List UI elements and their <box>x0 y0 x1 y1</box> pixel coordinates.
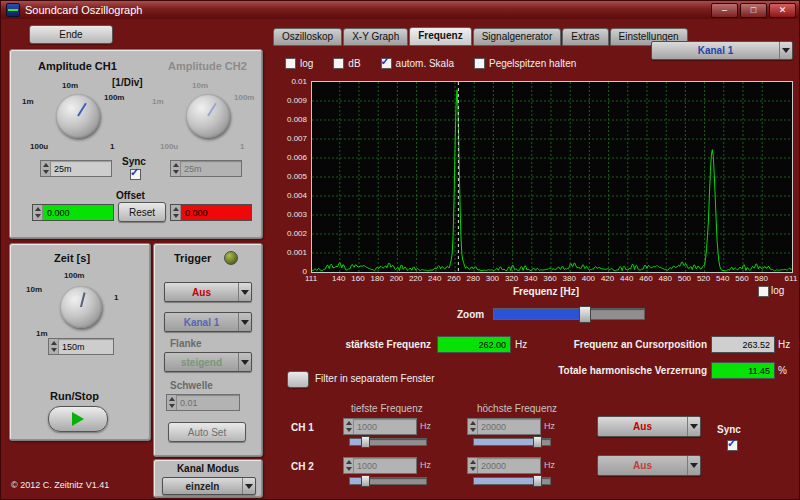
schwelle-spinner[interactable]: 0.01 <box>166 394 240 411</box>
checkbox-label-pegelspitzen-halten: Pegelspitzen halten <box>489 58 576 69</box>
filter-ch1-mode-dropdown[interactable]: Aus <box>597 416 701 437</box>
amplitude-ch2-knob[interactable] <box>186 94 230 138</box>
spectrum-plot[interactable] <box>311 81 793 273</box>
trigger-mode-dropdown[interactable]: Aus <box>164 282 252 302</box>
spinner-arrows-icon[interactable] <box>41 161 51 176</box>
zoom-slider-thumb[interactable] <box>579 306 591 323</box>
slider-thumb[interactable] <box>361 436 370 448</box>
ende-button[interactable]: Ende <box>29 25 113 44</box>
spinner-arrows-icon[interactable] <box>344 458 354 473</box>
zeit-value[interactable]: 150m <box>59 339 113 354</box>
filter-unit: Hz <box>544 460 555 470</box>
slider-thumb[interactable] <box>533 436 542 448</box>
filter-ch1-mode-value: Aus <box>598 421 687 432</box>
filter-ch1-high-value[interactable]: 20000 <box>478 419 540 434</box>
zeit-panel: Zeit [s] 100m 10m 1 1m 150m Run/Stop <box>9 243 151 441</box>
amplitude-ch1-value[interactable]: 25m <box>51 161 111 176</box>
zeit-knob[interactable] <box>60 286 102 328</box>
amplitude-ch2-value[interactable]: 25m <box>181 161 241 176</box>
thd-display: 11.45 <box>711 362 775 379</box>
spinner-arrows-icon[interactable] <box>344 419 354 434</box>
filter-ch2-mode-dropdown[interactable]: Aus <box>597 455 701 476</box>
checkbox-pegelspitzen-halten[interactable] <box>474 58 485 69</box>
spinner-arrows-icon[interactable] <box>468 419 478 434</box>
spinner-arrows-icon[interactable] <box>167 395 177 410</box>
checkbox-autom-skala[interactable] <box>381 58 392 69</box>
x-tick-label: 220 <box>409 274 422 283</box>
amplitude-ch1-spinner[interactable]: 25m <box>40 160 112 177</box>
amplitude-panel: Amplitude CH1 [1/Div] Amplitude CH2 10m … <box>9 49 263 239</box>
chevron-down-icon <box>779 42 792 59</box>
trigger-channel-dropdown[interactable]: Kanal 1 <box>164 312 252 332</box>
filter-ch1-low-spinner[interactable]: 1000 <box>343 418 417 435</box>
zeit-spinner[interactable]: 150m <box>48 338 114 355</box>
knob-tick: 10m <box>26 285 42 294</box>
slider-thumb[interactable] <box>533 475 542 487</box>
chevron-down-icon <box>238 283 251 301</box>
y-tick-label: 0.004 <box>281 191 307 200</box>
spinner-arrows-icon[interactable] <box>468 458 478 473</box>
kanal-modus-dropdown[interactable]: einzeln <box>162 477 256 495</box>
filter-ch2-high-spinner[interactable]: 20000 <box>467 457 541 474</box>
checkbox-log[interactable] <box>285 58 296 69</box>
filter-ch2-high-slider[interactable] <box>473 477 551 485</box>
zoom-slider-fill <box>494 309 584 319</box>
spectrum-trace <box>312 82 792 272</box>
window-title: Soundcard Oszillograph <box>25 4 142 16</box>
schwelle-label: Schwelle <box>170 380 213 391</box>
maximize-button[interactable]: □ <box>740 3 767 18</box>
checkbox-db[interactable] <box>333 58 344 69</box>
kanal-modus-value: einzeln <box>163 481 242 492</box>
filter-ch2-low-value[interactable]: 1000 <box>354 458 416 473</box>
close-button[interactable]: ✕ <box>769 3 796 18</box>
x-tick-label: 280 <box>467 274 480 283</box>
filter-ch1-high-spinner[interactable]: 20000 <box>467 418 541 435</box>
reset-button[interactable]: Reset <box>118 202 166 222</box>
filter-ch2-high-value[interactable]: 20000 <box>478 458 540 473</box>
x-tick-label: 140 <box>332 274 345 283</box>
tab-x-y-graph[interactable]: X-Y Graph <box>343 28 408 46</box>
staerkste-frequenz-label: stärkste Frequenz <box>319 339 431 350</box>
trigger-channel-value: Kanal 1 <box>165 317 238 328</box>
tab-oszilloskop[interactable]: Oszilloskop <box>273 28 342 46</box>
filter-sync-checkbox[interactable] <box>727 440 738 451</box>
filter-unit: Hz <box>420 460 431 470</box>
tab-extras[interactable]: Extras <box>562 28 608 46</box>
auto-set-button[interactable]: Auto Set <box>168 422 246 442</box>
zoom-slider[interactable] <box>493 308 645 320</box>
staerkste-frequenz-display: 262.00 <box>437 336 511 353</box>
channel-select-dropdown[interactable]: Kanal 1 <box>651 41 793 60</box>
run-stop-button[interactable] <box>48 406 108 432</box>
spinner-arrows-icon[interactable] <box>171 161 181 176</box>
flanke-dropdown[interactable]: steigend <box>164 352 252 372</box>
filter-ch2-low-spinner[interactable]: 1000 <box>343 457 417 474</box>
schwelle-value[interactable]: 0.01 <box>177 395 239 410</box>
copyright-text: © 2012 C. Zeitnitz V1.41 <box>11 480 109 490</box>
amplitude-ch2-spinner[interactable]: 25m <box>170 160 242 177</box>
x-log-checkbox[interactable] <box>758 286 769 297</box>
tab-signalgenerator[interactable]: Signalgenerator <box>473 28 562 46</box>
channel-select-value: Kanal 1 <box>652 45 779 56</box>
x-tick-label: 300 <box>486 274 499 283</box>
minimize-button[interactable]: – <box>711 3 738 18</box>
chevron-down-icon <box>687 456 700 475</box>
amplitude-sync-checkbox[interactable] <box>130 169 141 180</box>
filter-ch1-low-slider[interactable] <box>349 438 427 446</box>
spinner-arrows-icon[interactable] <box>33 205 43 220</box>
x-tick-label: 240 <box>428 274 441 283</box>
offset-ch2-value: 0.000 <box>181 205 251 220</box>
x-tick-label: 540 <box>716 274 729 283</box>
filter-ch2-low-slider[interactable] <box>349 477 427 485</box>
filter-window-button[interactable] <box>287 371 309 388</box>
tab-frequenz[interactable]: Frequenz <box>409 27 471 46</box>
spinner-arrows-icon[interactable] <box>49 339 59 354</box>
spinner-arrows-icon[interactable] <box>171 205 181 220</box>
x-tick-label: 160 <box>351 274 364 283</box>
filter-unit: Hz <box>544 421 555 431</box>
amplitude-ch1-knob[interactable] <box>56 94 100 138</box>
filter-ch1-low-value[interactable]: 1000 <box>354 419 416 434</box>
trigger-mode-value: Aus <box>165 287 238 298</box>
slider-thumb[interactable] <box>361 475 370 487</box>
filter-ch1-high-slider[interactable] <box>473 438 551 446</box>
slider-fill <box>474 478 536 484</box>
